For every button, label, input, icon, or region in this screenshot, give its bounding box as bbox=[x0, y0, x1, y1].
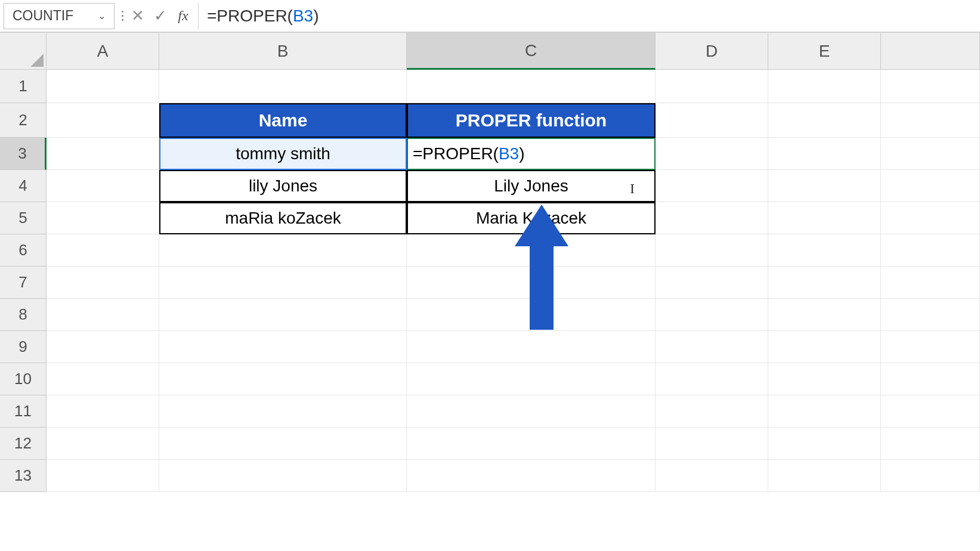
cell-D9[interactable] bbox=[656, 331, 768, 363]
cell-D2[interactable] bbox=[656, 103, 768, 138]
cell-C13[interactable] bbox=[407, 460, 656, 492]
cell-C8[interactable] bbox=[407, 299, 656, 331]
cell-C11[interactable] bbox=[407, 395, 656, 428]
cell-C12[interactable] bbox=[407, 428, 656, 460]
cell-extra-8[interactable] bbox=[881, 299, 980, 331]
cell-B6[interactable] bbox=[159, 234, 407, 267]
column-header-D[interactable]: D bbox=[656, 33, 768, 70]
cell-E7[interactable] bbox=[768, 267, 881, 299]
row-header-8[interactable]: 8 bbox=[0, 299, 47, 331]
cell-A11[interactable] bbox=[47, 395, 159, 428]
cell-E8[interactable] bbox=[768, 299, 881, 331]
cell-C10[interactable] bbox=[407, 363, 656, 395]
column-header-B[interactable]: B bbox=[159, 33, 407, 70]
select-all-corner[interactable] bbox=[0, 33, 47, 70]
cell-extra-2[interactable] bbox=[881, 103, 980, 138]
cell-extra-9[interactable] bbox=[881, 331, 980, 363]
cancel-button[interactable]: ✕ bbox=[126, 3, 149, 29]
cell-extra-13[interactable] bbox=[881, 460, 980, 492]
cell-B10[interactable] bbox=[159, 363, 407, 395]
cell-A9[interactable] bbox=[47, 331, 159, 363]
cell-D13[interactable] bbox=[656, 460, 768, 492]
cell-A2[interactable] bbox=[47, 103, 159, 138]
cell-B4[interactable]: lily Jones bbox=[159, 170, 407, 202]
cell-D5[interactable] bbox=[656, 202, 768, 234]
cell-extra-7[interactable] bbox=[881, 267, 980, 299]
cell-E12[interactable] bbox=[768, 428, 881, 460]
cell-C5[interactable]: Maria Kozacek bbox=[407, 202, 656, 234]
cell-C9[interactable] bbox=[407, 331, 656, 363]
cell-extra-6[interactable] bbox=[881, 234, 980, 267]
row-header-9[interactable]: 9 bbox=[0, 331, 47, 363]
cell-extra-12[interactable] bbox=[881, 428, 980, 460]
cell-E11[interactable] bbox=[768, 395, 881, 428]
cell-D8[interactable] bbox=[656, 299, 768, 331]
cell-C1[interactable] bbox=[407, 70, 656, 103]
cell-A13[interactable] bbox=[47, 460, 159, 492]
row-header-13[interactable]: 13 bbox=[0, 460, 47, 492]
cell-D1[interactable] bbox=[656, 70, 768, 103]
confirm-button[interactable]: ✓ bbox=[149, 3, 172, 29]
cell-C6[interactable] bbox=[407, 234, 656, 267]
cell-E4[interactable] bbox=[768, 170, 881, 202]
column-header-C[interactable]: C bbox=[407, 33, 656, 70]
cell-E2[interactable] bbox=[768, 103, 881, 138]
cell-B8[interactable] bbox=[159, 299, 407, 331]
cell-E13[interactable] bbox=[768, 460, 881, 492]
cell-A4[interactable] bbox=[47, 170, 159, 202]
cell-extra-4[interactable] bbox=[881, 170, 980, 202]
cell-E10[interactable] bbox=[768, 363, 881, 395]
dropdown-icon[interactable]: ⌄ bbox=[98, 10, 106, 21]
name-box[interactable]: COUNTIF ⌄ bbox=[4, 3, 115, 29]
row-header-11[interactable]: 11 bbox=[0, 395, 47, 428]
row-header-12[interactable]: 12 bbox=[0, 428, 47, 460]
cell-C4[interactable]: Lily Jones bbox=[407, 170, 656, 202]
cell-A1[interactable] bbox=[47, 70, 159, 103]
row-header-1[interactable]: 1 bbox=[0, 70, 47, 103]
row-header-6[interactable]: 6 bbox=[0, 234, 47, 267]
cell-D11[interactable] bbox=[656, 395, 768, 428]
cell-E9[interactable] bbox=[768, 331, 881, 363]
cell-E1[interactable] bbox=[768, 70, 881, 103]
cell-E6[interactable] bbox=[768, 234, 881, 267]
column-header-extra[interactable] bbox=[881, 33, 980, 70]
cell-extra-1[interactable] bbox=[881, 70, 980, 103]
row-header-2[interactable]: 2 bbox=[0, 103, 47, 138]
cell-A6[interactable] bbox=[47, 234, 159, 267]
cell-B12[interactable] bbox=[159, 428, 407, 460]
cell-C7[interactable] bbox=[407, 267, 656, 299]
table-header-proper[interactable]: PROPER function bbox=[407, 103, 656, 138]
cell-B13[interactable] bbox=[159, 460, 407, 492]
cell-E5[interactable] bbox=[768, 202, 881, 234]
cell-C3[interactable]: =PROPER(B3) bbox=[407, 138, 656, 170]
row-header-5[interactable]: 5 bbox=[0, 202, 47, 234]
cell-extra-10[interactable] bbox=[881, 363, 980, 395]
cell-D6[interactable] bbox=[656, 234, 768, 267]
cell-E3[interactable] bbox=[768, 138, 881, 170]
cell-B1[interactable] bbox=[159, 70, 407, 103]
cell-A8[interactable] bbox=[47, 299, 159, 331]
cell-B11[interactable] bbox=[159, 395, 407, 428]
cell-D7[interactable] bbox=[656, 267, 768, 299]
cell-B7[interactable] bbox=[159, 267, 407, 299]
cell-B5[interactable]: maRia koZacek bbox=[159, 202, 407, 234]
cell-A7[interactable] bbox=[47, 267, 159, 299]
row-header-7[interactable]: 7 bbox=[0, 267, 47, 299]
fx-button[interactable]: fx bbox=[172, 3, 194, 29]
cell-extra-11[interactable] bbox=[881, 395, 980, 428]
column-header-A[interactable]: A bbox=[47, 33, 159, 70]
table-header-name[interactable]: Name bbox=[159, 103, 407, 138]
cell-A10[interactable] bbox=[47, 363, 159, 395]
row-header-4[interactable]: 4 bbox=[0, 170, 47, 202]
column-header-E[interactable]: E bbox=[768, 33, 881, 70]
cell-D4[interactable] bbox=[656, 170, 768, 202]
cell-B3[interactable]: tommy smith bbox=[159, 138, 407, 170]
cell-A5[interactable] bbox=[47, 202, 159, 234]
cell-extra-3[interactable] bbox=[881, 138, 980, 170]
formula-input[interactable]: =PROPER(B3) bbox=[198, 3, 980, 29]
cell-B9[interactable] bbox=[159, 331, 407, 363]
row-header-3[interactable]: 3 bbox=[0, 138, 47, 170]
row-header-10[interactable]: 10 bbox=[0, 363, 47, 395]
cell-D12[interactable] bbox=[656, 428, 768, 460]
cell-D10[interactable] bbox=[656, 363, 768, 395]
